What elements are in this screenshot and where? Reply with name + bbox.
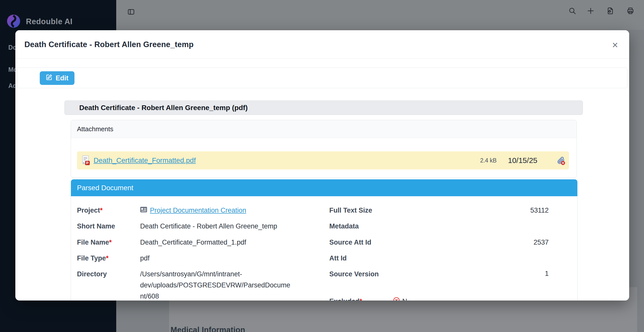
close-icon[interactable]: ✕ — [610, 40, 620, 50]
field-label-directory: Directory — [77, 269, 127, 280]
field-label-metadata: Metadata — [329, 221, 382, 231]
medical-information-heading: Medical Information — [171, 325, 245, 332]
edit-button[interactable]: Edit — [40, 71, 74, 85]
attachment-file-link[interactable]: Death_Certificate_Formatted.pdf — [94, 151, 196, 170]
modal-header: Death Certificate - Robert Allen Greene_… — [15, 30, 629, 59]
field-value-excluded: N — [393, 296, 407, 301]
search-icon[interactable] — [567, 5, 578, 16]
field-value-project: Project Documentation Creation — [140, 205, 246, 215]
modal-toolbar: Edit — [17, 68, 627, 88]
project-link[interactable]: Project Documentation Creation — [150, 205, 246, 215]
field-label-att-id: Att Id — [329, 253, 382, 263]
redouble-logo-icon — [7, 15, 20, 28]
sidebar-toggle-icon[interactable] — [126, 6, 137, 17]
attachments-title: Attachments — [71, 120, 577, 138]
brand-name: Redouble AI — [26, 17, 72, 26]
attachment-file-date: 10/15/25 — [508, 151, 537, 170]
field-label-project: Project* — [77, 205, 103, 215]
parsed-document-panel: Parsed Document Project* Project Documen… — [71, 179, 578, 301]
project-card-icon — [140, 205, 147, 215]
field-label-file-name: File Name* — [77, 237, 112, 247]
field-label-short-name: Short Name — [77, 221, 115, 231]
parsed-document-title: Parsed Document — [71, 179, 577, 196]
edit-button-label: Edit — [56, 74, 68, 82]
attachments-panel: Attachments Death_Certificate_Formatted.… — [71, 120, 577, 178]
field-label-excluded: Excluded* — [329, 296, 382, 301]
field-value-file-type: pdf — [140, 253, 150, 263]
field-label-full-text-size: Full Text Size — [329, 205, 382, 215]
topbar — [116, 0, 644, 30]
field-label-source-att-id: Source Att Id — [329, 237, 382, 247]
field-value-short-name: Death Certificate - Robert Allen Greene_… — [140, 221, 277, 231]
excluded-cross-icon — [393, 296, 400, 301]
attachment-row[interactable]: Death_Certificate_Formatted.pdf 2.4 kB 1… — [77, 151, 569, 170]
field-value-source-version: 1 — [443, 269, 549, 279]
field-value-file-name: Death_Certificate_Formatted_1.pdf — [140, 237, 246, 247]
pdf-file-icon — [82, 155, 91, 165]
file-settings-icon[interactable] — [605, 5, 616, 16]
print-icon[interactable] — [625, 5, 636, 16]
field-value-source-att-id: 2537 — [443, 237, 549, 247]
edit-pencil-icon — [46, 74, 53, 82]
add-icon[interactable] — [585, 5, 596, 16]
document-detail-modal: Death Certificate - Robert Allen Greene_… — [15, 30, 629, 301]
field-label-file-type: File Type* — [77, 253, 109, 263]
modal-title: Death Certificate - Robert Allen Greene_… — [24, 30, 194, 59]
attachment-file-size: 2.4 kB — [480, 151, 497, 170]
field-label-source-version: Source Version — [329, 269, 380, 280]
field-value-full-text-size: 53112 — [443, 205, 549, 215]
field-value-directory: /Users/santrosyan/G/mnt/intranet- dev/up… — [140, 269, 306, 301]
document-file-header: Death Certificate - Robert Allen Greene_… — [64, 101, 583, 115]
remove-attachment-icon[interactable] — [555, 155, 566, 166]
